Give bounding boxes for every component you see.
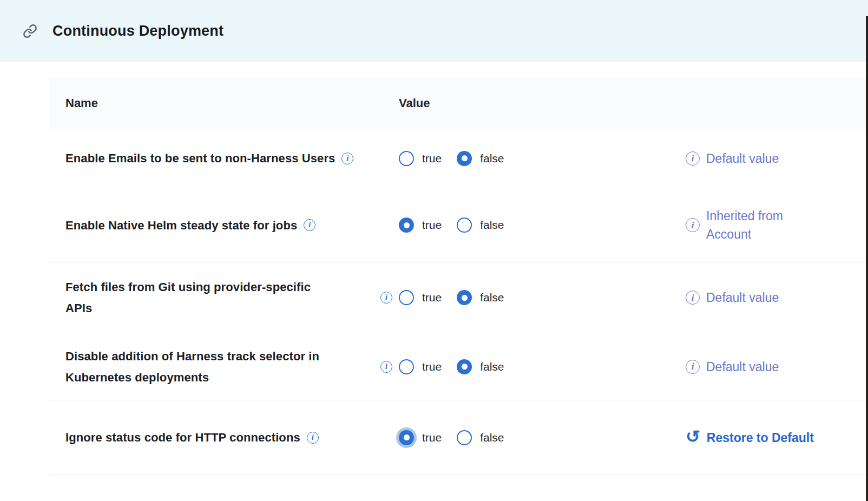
info-icon[interactable]: i [380, 292, 392, 304]
radio-label-false[interactable]: false [480, 219, 504, 232]
link-icon[interactable] [23, 24, 37, 38]
radio-false[interactable] [457, 359, 472, 374]
window-edge [866, 16, 868, 501]
info-icon[interactable]: i [686, 151, 700, 166]
radio-label-true[interactable]: true [422, 219, 442, 232]
setting-name: Fetch files from Git using provider-spec… [65, 276, 311, 319]
radio-label-false[interactable]: false [480, 152, 504, 165]
setting-row: Disable addition of Harness track select… [49, 333, 866, 400]
setting-status-cell: i Default value [686, 358, 866, 376]
info-icon[interactable]: i [686, 218, 700, 232]
setting-name-cell: Enable Native Helm steady state for jobs… [49, 215, 380, 236]
radio-label-true[interactable]: true [422, 152, 442, 165]
info-icon[interactable]: i [380, 361, 392, 373]
setting-name: Enable Emails to be sent to non-Harness … [65, 148, 335, 169]
radio-label-true[interactable]: true [422, 291, 442, 304]
radio-label-false[interactable]: false [480, 360, 504, 373]
setting-row: Enable Native Helm steady state for jobs… [49, 188, 866, 262]
radio-false[interactable] [457, 217, 472, 233]
setting-name: Disable addition of Harness track select… [65, 346, 319, 388]
status-label: Inherited from Account [706, 207, 783, 243]
radio-label-true[interactable]: true [422, 360, 442, 373]
settings-table: Name Value Enable Emails to be sent to n… [49, 77, 866, 475]
setting-name: Enable Native Helm steady state for jobs [65, 215, 297, 236]
radio-false[interactable] [457, 290, 472, 305]
radio-true[interactable] [399, 430, 414, 445]
restore-to-default-button[interactable]: Restore to Default [707, 429, 814, 447]
column-header-value: Value [380, 96, 608, 110]
info-icon[interactable]: i [341, 153, 353, 164]
radio-label-false[interactable]: false [480, 291, 504, 304]
table-header-row: Name Value [49, 77, 866, 129]
column-header-name: Name [49, 96, 380, 110]
radio-true[interactable] [399, 151, 414, 166]
status-label: Default value [706, 288, 779, 307]
setting-name-cell: Enable Emails to be sent to non-Harness … [49, 148, 380, 169]
status-label: Default value [706, 358, 779, 376]
info-icon[interactable]: i [304, 219, 315, 231]
setting-value-cell: i true false [380, 290, 608, 305]
radio-false[interactable] [457, 430, 472, 445]
radio-false[interactable] [457, 151, 472, 166]
setting-value-cell: true false [380, 430, 608, 445]
info-icon[interactable]: i [686, 360, 700, 374]
setting-status-cell: i Default value [686, 149, 866, 168]
radio-label-false[interactable]: false [480, 431, 504, 444]
setting-name-cell: Ignore status code for HTTP connections … [49, 427, 380, 448]
info-icon[interactable]: i [307, 432, 319, 444]
setting-value-cell: true false [380, 217, 608, 233]
setting-row: Fetch files from Git using provider-spec… [49, 262, 866, 333]
info-icon[interactable]: i [686, 291, 700, 305]
setting-value-cell: true false [380, 151, 608, 166]
status-label: Default value [706, 149, 779, 168]
radio-true[interactable] [399, 217, 414, 233]
setting-name-cell: Disable addition of Harness track select… [49, 346, 380, 388]
radio-true[interactable] [399, 290, 414, 305]
setting-status-cell: i Inherited from Account [686, 207, 866, 243]
restore-icon[interactable]: ↺ [686, 430, 700, 444]
setting-name: Ignore status code for HTTP connections [65, 427, 300, 448]
setting-row: Ignore status code for HTTP connections … [49, 400, 866, 475]
setting-status-cell: ↺ Restore to Default [686, 429, 866, 447]
table-rows: Enable Emails to be sent to non-Harness … [49, 129, 866, 475]
section-header: Continuous Deployment [0, 0, 868, 62]
radio-true[interactable] [399, 359, 414, 374]
setting-name-cell: Fetch files from Git using provider-spec… [49, 276, 380, 319]
setting-status-cell: i Default value [686, 288, 866, 307]
page-title: Continuous Deployment [52, 23, 223, 39]
settings-screen: Continuous Deployment Name Value Enable … [0, 0, 868, 501]
setting-value-cell: i true false [380, 359, 608, 374]
radio-label-true[interactable]: true [422, 431, 442, 444]
setting-row: Enable Emails to be sent to non-Harness … [49, 129, 866, 188]
